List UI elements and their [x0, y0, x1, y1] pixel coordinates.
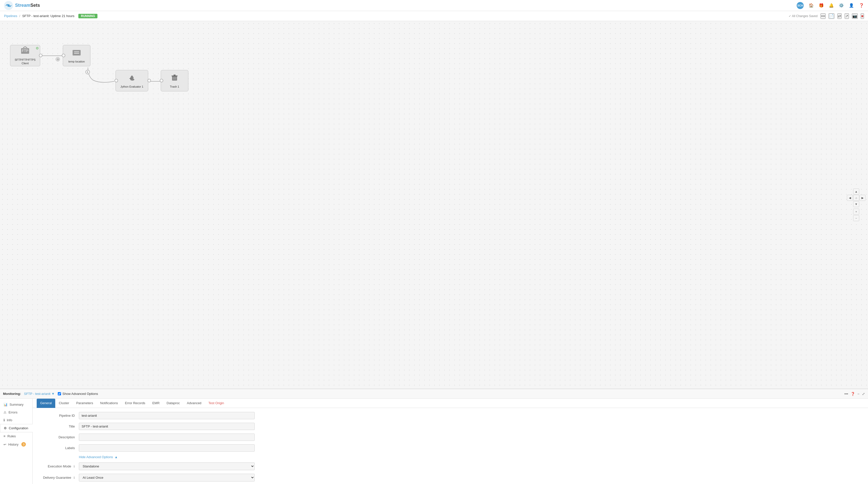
svg-text:FTP: FTP — [22, 49, 28, 53]
svg-rect-12 — [74, 53, 79, 54]
node-jython[interactable]: Jython Evaluator 1 — [116, 70, 148, 91]
zoom-out-button[interactable]: − — [853, 215, 859, 221]
logo: StreamSets — [4, 1, 40, 10]
node-gear-icon: ⚙ — [36, 46, 39, 50]
bottom-panel: Monitoring: SFTP - test-arianit ▼ Show A… — [0, 389, 868, 484]
rules-icon: ≡ — [3, 434, 5, 438]
sidebar-item-info[interactable]: ℹ Info — [0, 416, 32, 424]
gift-button[interactable]: 🎁 — [819, 3, 824, 8]
svg-rect-16 — [174, 74, 176, 75]
form-row-title: Title — [39, 423, 862, 430]
form-row-execution-mode: Execution Mode ℹ Standalone Cluster Edge — [39, 462, 862, 470]
sidebar-item-configuration[interactable]: ⚙ Configuration — [0, 424, 33, 432]
running-badge: RUNNING — [79, 14, 97, 18]
sidebar-item-history[interactable]: ↩ History 9 — [0, 440, 32, 449]
node-jython-label: Jython Evaluator 1 — [120, 85, 143, 88]
main-config: General Cluster Parameters Notifications… — [33, 399, 868, 484]
delivery-guarantee-label: Delivery Guarantee ℹ — [39, 476, 79, 480]
nav-up-button[interactable]: ▲ — [853, 189, 859, 195]
execution-mode-label: Execution Mode ℹ — [39, 464, 79, 468]
sidebar-item-rules[interactable]: ≡ Rules — [0, 432, 32, 440]
nav-left-button[interactable]: ◀ — [847, 195, 853, 201]
connector-temp-in — [62, 54, 65, 57]
tab-error-records[interactable]: Error Records — [121, 399, 149, 408]
more-options-button[interactable]: ••• — [820, 13, 826, 19]
user-button[interactable]: 👤 — [849, 3, 854, 8]
bell-button[interactable]: 🔔 — [829, 3, 834, 8]
svg-rect-11 — [74, 52, 79, 52]
title-input[interactable] — [79, 423, 255, 430]
home-button[interactable]: 🏠 — [809, 3, 814, 8]
tab-dataproc[interactable]: Dataproc — [163, 399, 183, 408]
node-sftp[interactable]: ⚙ FTP SFTP/FTP/FTPSClient — [10, 45, 40, 66]
nav-down-button[interactable]: ▼ — [853, 201, 859, 207]
description-label: Description — [39, 435, 79, 439]
node-temp[interactable]: temp location — [63, 45, 90, 66]
labels-input[interactable] — [79, 444, 255, 452]
title-label: Title — [39, 424, 79, 428]
nav-home-button[interactable]: ⌂ — [853, 195, 859, 201]
pipeline-id-input[interactable] — [79, 412, 255, 419]
bottom-header-right: ••• ❓ − ⤢ — [844, 392, 865, 396]
sidebar-item-info-label: Info — [7, 418, 12, 422]
breadcrumb-pipelines[interactable]: Pipelines — [4, 14, 17, 18]
history-badge: 9 — [21, 442, 26, 447]
minimize-button[interactable]: − — [858, 392, 860, 396]
more-button[interactable]: ••• — [844, 392, 848, 396]
delivery-guarantee-control: At Least Once At Most Once — [79, 474, 255, 482]
nav-right-button[interactable]: ▶ — [860, 195, 866, 201]
execution-mode-select[interactable]: Standalone Cluster Edge — [79, 462, 255, 470]
hide-advanced-link[interactable]: Hide Advanced Options ▲ — [79, 455, 862, 459]
shuffle-button[interactable]: ⇄ — [837, 13, 842, 19]
svg-point-13 — [130, 78, 134, 80]
share-button[interactable]: ↗ — [845, 13, 849, 19]
node-trash[interactable]: Trash 1 — [161, 70, 188, 91]
tab-test-origin[interactable]: Test Origin — [205, 399, 227, 408]
sidebar-item-summary[interactable]: 📊 Summary — [0, 401, 32, 409]
empty-4 — [860, 201, 866, 207]
breadcrumb-separator: / — [19, 14, 20, 18]
breadcrumb-right-icons: ••• 📄 ⇄ ↗ 📷 ■ — [820, 13, 864, 19]
sidebar-item-errors[interactable]: ⚠ Errors — [0, 409, 32, 416]
pipeline-id-control — [79, 412, 255, 419]
node-trash-icon — [170, 73, 179, 84]
node-temp-icon — [72, 48, 81, 59]
zoom-controls: + − — [853, 208, 859, 221]
help-button[interactable]: ❓ — [859, 3, 864, 8]
tab-cluster[interactable]: Cluster — [55, 399, 72, 408]
maximize-button[interactable]: ⤢ — [862, 392, 865, 396]
connector-jython-in — [115, 79, 118, 82]
show-advanced-checkbox-label[interactable]: Show Advanced Options — [58, 392, 98, 396]
node-jython-icon — [127, 73, 136, 84]
stop-button[interactable]: ■ — [861, 13, 864, 19]
show-advanced-checkbox[interactable] — [58, 392, 61, 395]
form-row-pipeline-id: Pipeline ID — [39, 412, 862, 419]
help-icon-button[interactable]: ❓ — [851, 392, 855, 396]
info-icon: ℹ — [3, 418, 5, 422]
sch-badge[interactable]: SCH — [797, 2, 804, 9]
tab-advanced[interactable]: Advanced — [183, 399, 205, 408]
camera-button[interactable]: 📷 — [852, 13, 858, 19]
tab-notifications[interactable]: Notifications — [97, 399, 122, 408]
svg-text:⚙: ⚙ — [57, 58, 59, 61]
settings-button[interactable]: ⚙️ — [839, 3, 844, 8]
tab-parameters[interactable]: Parameters — [72, 399, 96, 408]
configuration-icon: ⚙ — [4, 426, 7, 430]
nav-icons: SCH 🏠 🎁 🔔 ⚙️ 👤 ❓ — [797, 2, 864, 9]
sidebar-item-errors-label: Errors — [8, 411, 17, 414]
description-input[interactable] — [79, 433, 255, 441]
bottom-header: Monitoring: SFTP - test-arianit ▼ Show A… — [0, 389, 868, 399]
node-sftp-icon: FTP — [21, 46, 30, 57]
svg-rect-10 — [72, 50, 81, 56]
pipeline-selector[interactable]: SFTP - test-arianit ▼ — [24, 392, 55, 396]
breadcrumb-bar: Pipelines / SFTP - test-arianit: Uptime … — [0, 11, 868, 21]
edit-button[interactable]: 📄 — [829, 13, 834, 19]
connector-e: E — [85, 70, 90, 74]
chevron-up-icon: ▲ — [115, 455, 118, 459]
tab-general[interactable]: General — [37, 399, 55, 408]
sidebar-item-rules-label: Rules — [7, 434, 16, 438]
description-control — [79, 433, 255, 441]
tab-emr[interactable]: EMR — [149, 399, 163, 408]
delivery-guarantee-select[interactable]: At Least Once At Most Once — [79, 474, 255, 482]
zoom-in-button[interactable]: + — [853, 208, 859, 215]
